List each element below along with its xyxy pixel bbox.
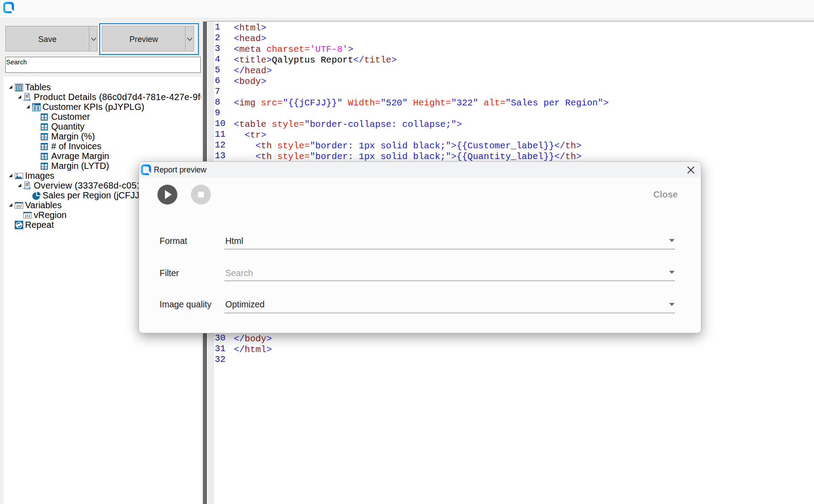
- svg-text:(x): (x): [25, 213, 30, 218]
- svg-text:(x): (x): [16, 203, 21, 209]
